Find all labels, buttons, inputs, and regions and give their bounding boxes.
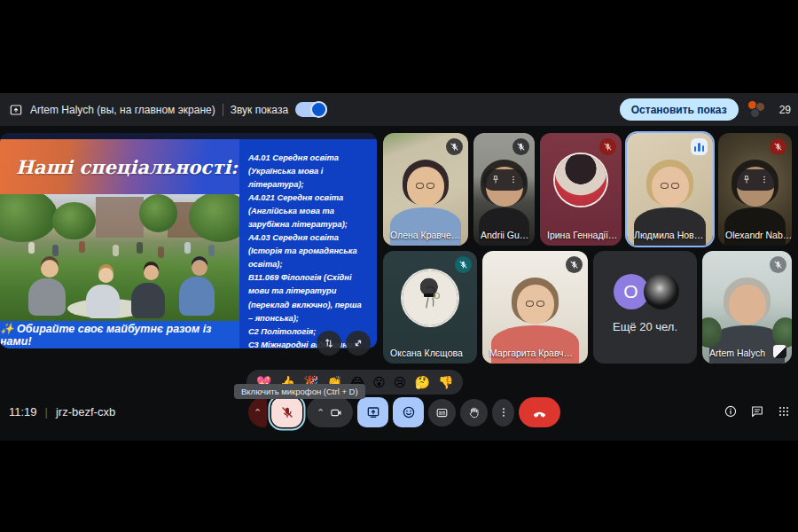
divider [223, 104, 223, 116]
camera-icon [330, 406, 343, 419]
participant-name-label: Людмила Нов… [634, 230, 703, 240]
profile-avatar [403, 270, 458, 325]
overflow-count-label: Ещё 20 чел. [593, 320, 697, 333]
tile-more-icon[interactable] [508, 175, 518, 184]
swap-tile-button[interactable] [317, 331, 341, 356]
glasses [416, 183, 434, 189]
toggle-knob [310, 101, 327, 118]
more-vert-icon [497, 406, 510, 419]
video-tile[interactable]: Оксана Клєщова [383, 251, 477, 364]
screen-share-icon [9, 103, 23, 117]
mic-off-icon [280, 405, 294, 419]
participant-name-label: Оксана Клєщова [390, 348, 463, 358]
glasses [661, 183, 679, 189]
raise-hand-icon [467, 406, 481, 419]
profile-avatar [555, 154, 606, 206]
chat-button[interactable] [749, 403, 764, 419]
mic-options-button[interactable]: ⌃ [248, 397, 267, 427]
screenshot-root: Artem Halych (вы, на главном экране) Зву… [0, 0, 798, 532]
clock-time: 11:19 [9, 405, 37, 419]
divider: | [45, 405, 48, 419]
participant-name-label: Andrii Gu… [481, 230, 528, 240]
mic-muted-indicator [455, 256, 472, 273]
chat-icon [750, 404, 764, 419]
slide-top-strip [0, 133, 377, 139]
captions-icon [435, 406, 449, 419]
tile-hover-controls [482, 169, 526, 191]
presenter-label: Artem Halych (вы, на главном экране) [30, 104, 215, 116]
share-sound-label: Звук показа [231, 104, 288, 116]
participant-count: 29 [779, 104, 791, 116]
smiley-icon [402, 405, 416, 419]
shared-screen-tile[interactable]: Наші спеціальності: [0, 133, 377, 348]
picture-in-picture-icon[interactable] [773, 345, 786, 358]
video-tile[interactable]: ОЕщё 20 чел. [593, 251, 697, 364]
tile-more-icon[interactable] [759, 175, 769, 184]
slide-list-item: А4.03 Середня освіта (Історія та громадя… [248, 231, 368, 271]
meeting-details-button[interactable] [723, 403, 738, 419]
panel-buttons [723, 403, 791, 419]
glasses [526, 301, 544, 307]
grid-icon [777, 404, 791, 419]
more-options-button[interactable] [492, 399, 514, 426]
activities-button[interactable] [776, 403, 791, 419]
reaction-emoji[interactable]: 😮 [372, 376, 386, 388]
pin-tile-icon[interactable] [490, 175, 500, 184]
mic-muted-button[interactable] [271, 397, 302, 427]
meeting-code: jrz-bezf-cxb [56, 405, 115, 419]
stop-presenting-button[interactable]: Остановить показ [620, 98, 739, 121]
mic-muted-indicator [599, 138, 616, 155]
avatar [750, 108, 760, 118]
mic-muted-indicator [770, 138, 786, 155]
participant-name-label: Ірина Геннадії… [547, 230, 617, 240]
mic-muted-indicator [566, 256, 583, 273]
swap-vertical-icon [323, 337, 335, 349]
slide-list-item: А4.01 Середня освіта (Українська мова і … [248, 152, 368, 192]
reaction-emoji[interactable]: 😢 [394, 376, 407, 388]
overflow-avatar [644, 274, 679, 309]
participant-name-label: Олена Кравче… [390, 230, 460, 240]
slide-title: Наші спеціальності: [16, 156, 238, 178]
mic-muted-indicator [446, 138, 463, 155]
pin-tile-icon[interactable] [741, 175, 751, 184]
slide-list-item: А4.021 Середня освіта (Англійська мова т… [248, 192, 368, 231]
video-tile[interactable]: Маргарита Кравч… [482, 251, 588, 364]
end-call-button[interactable] [519, 397, 560, 427]
call-controls: ⌃ ⌃ [248, 397, 560, 427]
info-icon [724, 404, 738, 419]
mic-tooltip: Включить микрофон (Ctrl + D) [234, 384, 365, 399]
video-tile[interactable]: Людмила Нов… [627, 133, 713, 246]
slide-list-item: В11.069 Філологія (Східні мови та літера… [248, 271, 368, 325]
presentation-top-bar: Artem Halych (вы, на главном экране) Зву… [0, 93, 798, 126]
participant-name-label: Artem Halych [709, 348, 765, 358]
slide-photo [0, 194, 239, 321]
mic-muted-indicator [512, 138, 529, 155]
reactions-button[interactable] [393, 397, 424, 427]
video-tile[interactable]: Artem Halych [702, 251, 792, 364]
participants-avatars[interactable] [747, 100, 771, 120]
reaction-emoji[interactable]: 👎 [438, 376, 453, 388]
raise-hand-button[interactable] [460, 399, 488, 426]
camera-button[interactable]: ⌃ [307, 397, 353, 427]
video-tile[interactable]: Ірина Геннадії… [540, 133, 622, 246]
plant [772, 317, 792, 348]
present-icon [366, 405, 380, 419]
camera-options-chevron[interactable]: ⌃ [317, 407, 325, 419]
share-sound-toggle[interactable] [295, 102, 327, 117]
video-tile[interactable]: Олена Кравче… [383, 133, 468, 246]
video-tile[interactable]: Andrii Gu… [473, 133, 535, 246]
slide-left-column: Наші спеціальності: [0, 139, 239, 348]
slide-header: Наші спеціальності: [0, 139, 239, 194]
present-button[interactable] [357, 397, 388, 427]
slide-banner: ✨ Обирайте своє майбутнє разом із нами! [0, 321, 239, 348]
video-tile[interactable]: Olexandr Nab… [718, 133, 792, 246]
slide-specialties-list: А4.01 Середня освіта (Українська мова і … [239, 139, 377, 348]
fullscreen-button[interactable] [346, 331, 371, 356]
captions-button[interactable] [428, 399, 456, 426]
reaction-emoji[interactable]: 🤔 [414, 376, 429, 388]
audio-speaking-indicator [691, 138, 708, 155]
end-call-icon [531, 404, 548, 421]
shared-screen-controls [317, 331, 371, 356]
person-face [729, 285, 766, 325]
participant-name-label: Olexandr Nab… [725, 230, 792, 240]
